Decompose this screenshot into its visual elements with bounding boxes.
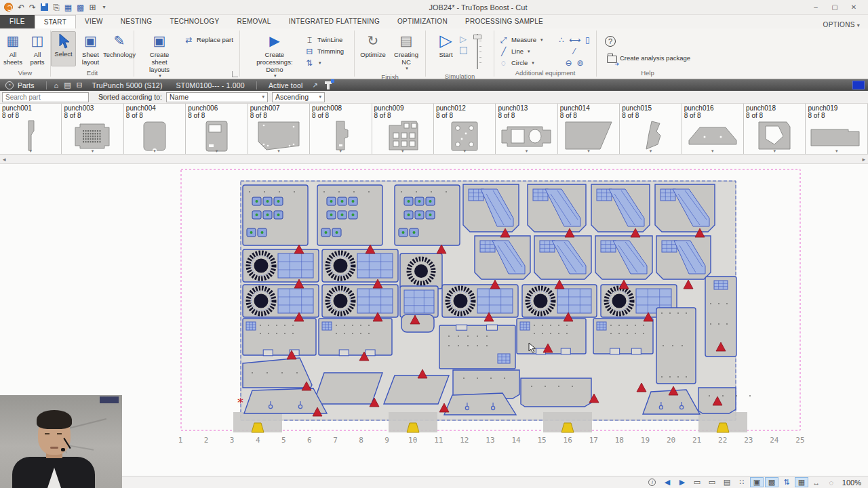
nested-part-diag[interactable] <box>463 184 519 232</box>
trimming-button[interactable]: ⊟ Trimming <box>302 45 346 57</box>
home-icon[interactable]: ⌂ <box>54 81 59 89</box>
sort-order-icon[interactable]: ⇅ <box>780 477 793 487</box>
part-card-dropdown-icon[interactable]: ▾ <box>463 148 466 154</box>
part-card-dropdown-icon[interactable]: ▾ <box>401 148 404 154</box>
part-card-punch001[interactable]: punch0018 of 8▾ <box>0 104 62 154</box>
measure-button[interactable]: ⤢ Measure <box>496 34 555 45</box>
search-input[interactable] <box>3 94 98 101</box>
nested-part-diag[interactable] <box>475 236 530 279</box>
parts-tab[interactable]: Parts <box>18 81 35 89</box>
tab-view[interactable]: VIEW <box>76 15 112 28</box>
technology-sliders-button[interactable]: ⇅ <box>302 57 346 68</box>
nested-part-circlegrid[interactable] <box>243 249 319 282</box>
sheets-grid-icon[interactable]: ▦ <box>64 3 72 12</box>
all-parts-button[interactable]: ◫ All parts <box>26 31 49 67</box>
part-card-punch012[interactable]: punch0128 of 8▾ <box>434 104 496 154</box>
tab-optimization[interactable]: OPTIMIZATION <box>389 15 456 28</box>
nested-part-diag[interactable] <box>655 184 715 232</box>
tab-integrated-flattening[interactable]: INTEGRATED FLATTENING <box>280 15 389 28</box>
nested-part-circlegrid[interactable] <box>243 285 319 317</box>
zoom-tool-icon[interactable]: ◌ <box>825 477 838 487</box>
scroll-right-icon[interactable]: ▸ <box>859 156 868 163</box>
dimension-icon[interactable]: ⟷ <box>569 35 580 45</box>
nested-part-para[interactable] <box>384 375 449 404</box>
nested-part-circlegrid[interactable] <box>522 285 597 317</box>
nested-part-tall[interactable] <box>656 308 696 384</box>
part-card-dropdown-icon[interactable]: ▾ <box>340 148 342 154</box>
info-icon[interactable]: i <box>646 477 659 487</box>
construction-line-icon[interactable]: ⁄ <box>574 47 575 56</box>
scroll-left-icon[interactable]: ◂ <box>0 156 9 163</box>
part-card-punch003[interactable]: punch0038 of 8▾ <box>62 104 123 154</box>
part-card-dropdown-icon[interactable]: ▾ <box>153 148 156 154</box>
nested-part-diag[interactable] <box>591 184 650 232</box>
parts-back-icon[interactable]: ◔ <box>5 81 14 89</box>
tab-file[interactable]: FILE <box>0 15 35 28</box>
tab-technology[interactable]: TECHNOLOGY <box>161 15 228 28</box>
all-sheets-button[interactable]: ▦ All sheets <box>1 31 24 67</box>
nested-part-notch[interactable] <box>517 319 586 354</box>
line-button[interactable]: ╱ Line <box>496 45 555 57</box>
simulation-play-icon[interactable]: ▷ <box>460 34 467 44</box>
select-button[interactable]: Select <box>51 31 76 66</box>
part-card-dropdown-icon[interactable]: ▾ <box>92 148 94 154</box>
part-card-punch016[interactable]: punch0168 of 8▾ <box>682 104 744 154</box>
nested-part-dots[interactable] <box>395 185 460 245</box>
nested-part-trap[interactable] <box>243 358 312 388</box>
part-card-dropdown-icon[interactable]: ▾ <box>29 148 32 154</box>
undo-icon[interactable]: ↶ <box>18 3 24 12</box>
part-card-dropdown-icon[interactable]: ▾ <box>711 148 714 154</box>
optimize-button[interactable]: ↻ Optimize <box>357 31 389 66</box>
sort-order-select[interactable]: Ascending ▾ <box>272 92 325 102</box>
nested-part-trapdots[interactable] <box>244 388 327 413</box>
nested-part-plain[interactable] <box>698 388 751 413</box>
simulation-stop-icon[interactable] <box>460 47 467 54</box>
simulation-start-button[interactable]: ▷ Start <box>434 31 458 66</box>
tool-info-icon[interactable]: ▩ <box>765 477 778 487</box>
part-card-dropdown-icon[interactable]: ▾ <box>650 148 652 154</box>
tab-nesting[interactable]: NESTING <box>112 15 161 28</box>
nested-part-diag[interactable] <box>528 184 586 232</box>
tab-removal[interactable]: REMOVAL <box>228 15 279 28</box>
layout-grid-icon[interactable]: ▩ <box>77 3 84 12</box>
part-card-punch004[interactable]: punch0048 of 8▾ <box>124 104 186 154</box>
part-card-dropdown-icon[interactable]: ▾ <box>216 148 218 154</box>
round-tool-1-icon[interactable]: ⊖ <box>565 58 572 68</box>
part-card-punch009[interactable]: punch0098 of 8▾ <box>372 104 434 154</box>
tool-adjust-icon[interactable]: ⊞ <box>89 3 96 12</box>
nested-part-castle[interactable] <box>439 325 515 369</box>
part-card-punch006[interactable]: punch0068 of 8▾ <box>186 104 248 154</box>
tab-processing-sample[interactable]: PROCESSING SAMPLE <box>456 15 552 28</box>
nested-part-diag[interactable] <box>534 236 591 279</box>
technology-edit-button[interactable]: ✎ Technology <box>105 31 134 66</box>
thumbnails-icon[interactable]: ▦ <box>795 477 808 487</box>
export-icon[interactable]: ⎘ <box>53 3 60 12</box>
round-tool-2-icon[interactable]: ⊚ <box>577 58 584 68</box>
part-card-dropdown-icon[interactable]: ▾ <box>587 148 590 154</box>
help-button[interactable]: ? <box>605 36 616 47</box>
part-card-dropdown-icon[interactable]: ▾ <box>526 148 528 154</box>
part-card-dropdown-icon[interactable]: ▾ <box>835 148 838 154</box>
sheet-layout-edit-button[interactable]: ▣ Sheet layout <box>77 31 104 67</box>
nested-part-notch[interactable] <box>243 319 316 356</box>
nested-part-dots[interactable] <box>317 185 382 245</box>
circle-button[interactable]: ◌ Circle <box>496 57 555 68</box>
nested-part-circlegrid[interactable] <box>442 285 518 317</box>
active-tool-label[interactable]: Active tool <box>269 81 303 89</box>
app-logo-icon[interactable] <box>4 3 13 12</box>
simulation-speed-slider[interactable] <box>473 33 482 70</box>
save-icon[interactable] <box>41 3 48 11</box>
fit-view-icon[interactable]: ↔ <box>810 477 823 487</box>
sort-by-select[interactable]: Name ▾ <box>166 92 268 102</box>
part-card-dropdown-icon[interactable]: ▾ <box>277 148 280 154</box>
options-menu[interactable]: OPTIONS▾ <box>823 21 868 28</box>
create-processings-button[interactable]: ▶ Create processings: Demo <box>248 31 301 80</box>
tab-start[interactable]: START <box>35 15 76 28</box>
tool-preview-icon[interactable] <box>852 81 865 89</box>
qat-dropdown-icon[interactable]: ▾ <box>102 4 105 10</box>
pan-right-icon[interactable]: ▭ <box>705 477 719 487</box>
point-marks-icon[interactable]: ∴ <box>559 35 564 45</box>
nested-part-circlegrid[interactable] <box>322 285 398 317</box>
part-card-dropdown-icon[interactable]: ▾ <box>774 148 776 154</box>
nested-part-para[interactable] <box>313 373 382 404</box>
